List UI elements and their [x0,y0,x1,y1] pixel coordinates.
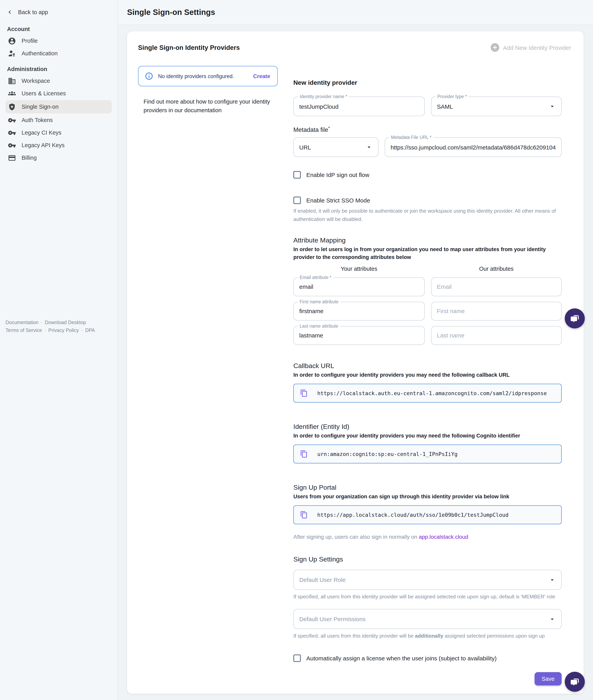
sidebar-item-label: Single Sign-on [22,104,58,110]
sidebar-item-profile[interactable]: Profile [0,35,117,47]
find-out-more-text: Find out more about how to configure you… [144,97,273,115]
chat-widget-button[interactable] [565,308,585,328]
building-icon [8,77,16,85]
people-group-icon [8,89,16,98]
page: Back to app Account Profile Authenticati… [0,0,593,700]
sidebar-item-single-sign-on[interactable]: Single Sign-on [5,100,112,113]
lastname-attribute-input[interactable] [299,332,419,339]
strict-sso-helper: If enabled, it will only be possible to … [293,207,562,223]
default-user-permissions-helper: If specified, all users from this identi… [293,632,562,640]
terms-link[interactable]: Terms of Service [5,328,42,333]
providers-list-column: No identity providers configured. Create… [138,66,278,685]
sidebar-item-auth-tokens[interactable]: Auth Tokens [0,114,117,126]
sso-card: Single Sign-on Identity Providers Add Ne… [127,31,584,694]
metadata-file-heading: Metadata file* [293,125,562,134]
identity-provider-name-field[interactable]: Identity provider name * [293,97,425,116]
copy-icon[interactable] [300,450,308,458]
callback-url-box: https://localstack.auth.eu-central-1.ama… [293,384,562,403]
account-circle-icon [8,37,16,45]
additionally-bold: additionally [415,633,443,639]
default-user-permissions-placeholder: Default User Permissions [299,616,549,622]
lastname-attribute-field[interactable]: Last name attribute [293,326,425,345]
separator: · [41,320,42,325]
callback-url-description: In order to configure your identity prov… [293,371,562,379]
callback-url-heading: Callback URL [293,362,562,370]
sidebar-item-authentication[interactable]: Authentication [0,47,117,60]
signup-portal-description: Users from your organization can sign up… [293,493,562,501]
sidebar-footer: Documentation·Download Desktop Terms of … [5,319,95,334]
attribute-mapping-description: In order to let users log in from your o… [293,246,562,261]
chat-widget-button[interactable] [565,672,585,692]
sidebar-item-billing[interactable]: Billing [0,151,117,164]
lastname-our-input[interactable] [437,332,556,339]
form-heading: New identity provider [293,79,562,86]
lastname-our-field[interactable] [431,326,562,345]
back-to-app-label: Back to app [18,9,48,15]
credit-card-icon [8,154,16,162]
card-heading: Single Sign-on Identity Providers [138,44,240,51]
firstname-our-field[interactable] [431,301,562,320]
firstname-attribute-input[interactable] [299,308,419,314]
idp-signout-checkbox[interactable] [293,171,301,179]
email-attribute-row: Email attribute * [293,277,562,296]
key-icon [8,141,16,149]
default-user-role-select[interactable]: Default User Role [293,570,562,590]
add-new-identity-provider-button[interactable]: Add New Identity Provider [490,43,572,52]
provider-type-value: SAML [437,103,546,110]
copy-icon[interactable] [300,389,308,397]
new-provider-form: New identity provider Identity provider … [293,66,562,685]
chevron-left-icon [6,9,13,16]
metadata-source-select[interactable]: URL [293,137,379,157]
identity-provider-name-label: Identity provider name * [298,94,349,99]
chevron-down-icon [549,103,556,110]
info-icon [145,72,153,80]
app-localstack-cloud-link[interactable]: app.localstack.cloud [419,534,468,540]
dpa-link[interactable]: DPA [85,328,95,333]
provider-type-select[interactable]: Provider type * SAML [431,97,562,116]
create-link[interactable]: Create [253,73,270,79]
email-our-field[interactable] [431,277,562,296]
your-attributes-header: Your attributes [293,265,425,272]
copy-icon[interactable] [300,511,308,519]
sidebar-item-label: Auth Tokens [22,117,53,123]
lastname-attribute-row: Last name attribute [293,326,562,345]
privacy-link[interactable]: Privacy Policy [48,328,79,333]
add-new-identity-provider-label: Add New Identity Provider [503,44,571,51]
strict-sso-checkbox[interactable] [293,196,301,204]
sidebar-item-label: Profile [22,38,38,44]
separator: · [81,328,83,333]
metadata-source-value: URL [299,144,363,150]
metadata-file-url-input[interactable] [391,144,556,150]
default-user-role-placeholder: Default User Role [299,577,549,583]
signup-note: After signing up, users can also sign in… [293,534,562,540]
firstname-our-input[interactable] [437,308,556,314]
sidebar-item-legacy-api-keys[interactable]: Legacy API Keys [0,139,117,151]
download-desktop-link[interactable]: Download Desktop [45,320,86,325]
identifier-description: In order to configure your identity prov… [293,432,562,440]
chevron-down-icon [549,577,556,584]
back-to-app-button[interactable]: Back to app [0,0,117,20]
firstname-attribute-label: First name attribute [298,299,341,304]
metadata-file-url-label: Metadata File URL * [389,135,433,140]
strict-sso-label: Enable Strict SSO Mode [306,197,370,204]
sidebar-item-users-licenses[interactable]: Users & Licenses [0,87,117,100]
chat-bubbles-icon [570,313,580,324]
email-attribute-field[interactable]: Email attribute * [293,277,425,296]
sidebar-item-label: Users & Licenses [22,90,66,97]
sidebar-item-workspace[interactable]: Workspace [0,75,117,87]
auto-license-checkbox[interactable] [293,654,301,662]
sidebar-item-legacy-ci-keys[interactable]: Legacy CI Keys [0,126,117,139]
save-button[interactable]: Save [535,672,562,685]
metadata-file-url-field[interactable]: Metadata File URL * [385,137,562,157]
provider-type-label: Provider type * [435,94,469,99]
sidebar-item-label: Workspace [22,78,50,84]
default-user-permissions-select[interactable]: Default User Permissions [293,609,562,629]
firstname-attribute-field[interactable]: First name attribute [293,301,425,320]
documentation-link[interactable]: Documentation [5,320,38,325]
email-attribute-input[interactable] [299,283,419,290]
signup-portal-box: https://app.localstack.cloud/auth/sso/1e… [293,506,562,524]
email-our-input[interactable] [437,283,556,290]
key-icon [8,116,16,124]
identity-provider-name-input[interactable] [299,103,419,110]
sidebar: Back to app Account Profile Authenticati… [0,0,118,700]
